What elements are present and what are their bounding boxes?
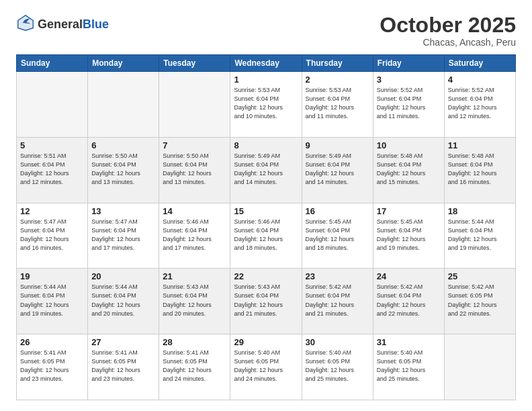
day-number: 21 <box>163 271 226 281</box>
day-info: Sunrise: 5:41 AM Sunset: 6:05 PM Dayligh… <box>20 349 84 383</box>
day-info: Sunrise: 5:40 AM Sunset: 6:05 PM Dayligh… <box>306 349 369 383</box>
day-info: Sunrise: 5:50 AM Sunset: 6:04 PM Dayligh… <box>91 152 155 187</box>
col-wednesday: Wednesday <box>230 55 302 72</box>
day-info: Sunrise: 5:46 AM Sunset: 6:04 PM Dayligh… <box>234 218 298 253</box>
day-info: Sunrise: 5:41 AM Sunset: 6:05 PM Dayligh… <box>91 349 155 383</box>
day-number: 3 <box>377 75 441 85</box>
col-sunday: Sunday <box>17 55 88 72</box>
page: General Blue October 2025 Chacas, Ancash… <box>0 0 532 411</box>
col-friday: Friday <box>373 55 444 72</box>
table-row: 14Sunrise: 5:46 AM Sunset: 6:04 PM Dayli… <box>159 203 230 269</box>
day-info: Sunrise: 5:53 AM Sunset: 6:04 PM Dayligh… <box>306 86 369 121</box>
day-number: 18 <box>448 206 512 216</box>
day-info: Sunrise: 5:49 AM Sunset: 6:04 PM Dayligh… <box>306 152 369 187</box>
table-row: 18Sunrise: 5:44 AM Sunset: 6:04 PM Dayli… <box>444 203 515 269</box>
day-number: 10 <box>377 140 441 150</box>
col-saturday: Saturday <box>444 55 515 72</box>
day-number: 20 <box>91 271 155 281</box>
table-row: 16Sunrise: 5:45 AM Sunset: 6:04 PM Dayli… <box>302 203 373 269</box>
table-row: 13Sunrise: 5:47 AM Sunset: 6:04 PM Dayli… <box>88 203 159 269</box>
day-number: 25 <box>448 271 512 281</box>
table-row <box>17 72 88 138</box>
day-info: Sunrise: 5:42 AM Sunset: 6:04 PM Dayligh… <box>306 283 369 318</box>
day-info: Sunrise: 5:44 AM Sunset: 6:04 PM Dayligh… <box>20 283 84 318</box>
title-section: October 2025 Chacas, Ancash, Peru <box>380 13 516 48</box>
calendar-week-row: 19Sunrise: 5:44 AM Sunset: 6:04 PM Dayli… <box>17 269 516 334</box>
day-info: Sunrise: 5:48 AM Sunset: 6:04 PM Dayligh… <box>448 152 512 187</box>
table-row: 25Sunrise: 5:42 AM Sunset: 6:05 PM Dayli… <box>444 269 515 334</box>
calendar-header-row: Sunday Monday Tuesday Wednesday Thursday… <box>17 55 516 72</box>
day-number: 17 <box>377 206 441 216</box>
table-row: 8Sunrise: 5:49 AM Sunset: 6:04 PM Daylig… <box>230 137 302 203</box>
table-row: 24Sunrise: 5:42 AM Sunset: 6:04 PM Dayli… <box>373 269 444 334</box>
table-row: 30Sunrise: 5:40 AM Sunset: 6:05 PM Dayli… <box>302 334 373 400</box>
table-row: 2Sunrise: 5:53 AM Sunset: 6:04 PM Daylig… <box>302 72 373 138</box>
table-row: 26Sunrise: 5:41 AM Sunset: 6:05 PM Dayli… <box>17 334 88 400</box>
table-row: 23Sunrise: 5:42 AM Sunset: 6:04 PM Dayli… <box>302 269 373 334</box>
table-row: 11Sunrise: 5:48 AM Sunset: 6:04 PM Dayli… <box>444 137 515 203</box>
day-number: 24 <box>377 271 441 281</box>
calendar-week-row: 5Sunrise: 5:51 AM Sunset: 6:04 PM Daylig… <box>17 137 516 203</box>
table-row: 1Sunrise: 5:53 AM Sunset: 6:04 PM Daylig… <box>230 72 302 138</box>
table-row: 15Sunrise: 5:46 AM Sunset: 6:04 PM Dayli… <box>230 203 302 269</box>
day-info: Sunrise: 5:46 AM Sunset: 6:04 PM Dayligh… <box>163 218 226 253</box>
generalblue-icon <box>16 13 35 32</box>
table-row: 17Sunrise: 5:45 AM Sunset: 6:04 PM Dayli… <box>373 203 444 269</box>
day-number: 9 <box>306 140 369 150</box>
day-info: Sunrise: 5:43 AM Sunset: 6:04 PM Dayligh… <box>234 283 298 318</box>
table-row: 4Sunrise: 5:52 AM Sunset: 6:04 PM Daylig… <box>444 72 515 138</box>
col-tuesday: Tuesday <box>159 55 230 72</box>
day-info: Sunrise: 5:44 AM Sunset: 6:04 PM Dayligh… <box>448 218 512 253</box>
day-number: 26 <box>20 337 84 347</box>
table-row: 28Sunrise: 5:41 AM Sunset: 6:05 PM Dayli… <box>159 334 230 400</box>
table-row: 21Sunrise: 5:43 AM Sunset: 6:04 PM Dayli… <box>159 269 230 334</box>
day-info: Sunrise: 5:40 AM Sunset: 6:05 PM Dayligh… <box>234 349 298 383</box>
calendar-week-row: 26Sunrise: 5:41 AM Sunset: 6:05 PM Dayli… <box>17 334 516 400</box>
table-row: 19Sunrise: 5:44 AM Sunset: 6:04 PM Dayli… <box>17 269 88 334</box>
table-row: 12Sunrise: 5:47 AM Sunset: 6:04 PM Dayli… <box>17 203 88 269</box>
day-info: Sunrise: 5:49 AM Sunset: 6:04 PM Dayligh… <box>234 152 298 187</box>
table-row: 7Sunrise: 5:50 AM Sunset: 6:04 PM Daylig… <box>159 137 230 203</box>
day-number: 31 <box>377 337 441 347</box>
day-number: 29 <box>234 337 298 347</box>
day-number: 2 <box>306 75 369 85</box>
header: General Blue October 2025 Chacas, Ancash… <box>16 13 516 48</box>
day-info: Sunrise: 5:52 AM Sunset: 6:04 PM Dayligh… <box>448 86 512 121</box>
day-number: 5 <box>20 140 84 150</box>
table-row <box>159 72 230 138</box>
day-info: Sunrise: 5:40 AM Sunset: 6:05 PM Dayligh… <box>377 349 441 383</box>
table-row: 6Sunrise: 5:50 AM Sunset: 6:04 PM Daylig… <box>88 137 159 203</box>
table-row: 5Sunrise: 5:51 AM Sunset: 6:04 PM Daylig… <box>17 137 88 203</box>
day-number: 28 <box>163 337 226 347</box>
day-number: 30 <box>306 337 369 347</box>
day-number: 4 <box>448 75 512 85</box>
table-row <box>444 334 515 400</box>
day-number: 14 <box>163 206 226 216</box>
location-subtitle: Chacas, Ancash, Peru <box>380 37 516 48</box>
day-info: Sunrise: 5:43 AM Sunset: 6:04 PM Dayligh… <box>163 283 226 318</box>
day-number: 12 <box>20 206 84 216</box>
day-info: Sunrise: 5:42 AM Sunset: 6:05 PM Dayligh… <box>448 283 512 318</box>
day-number: 7 <box>163 140 226 150</box>
day-info: Sunrise: 5:52 AM Sunset: 6:04 PM Dayligh… <box>377 86 441 121</box>
table-row: 9Sunrise: 5:49 AM Sunset: 6:04 PM Daylig… <box>302 137 373 203</box>
table-row: 27Sunrise: 5:41 AM Sunset: 6:05 PM Dayli… <box>88 334 159 400</box>
day-info: Sunrise: 5:41 AM Sunset: 6:05 PM Dayligh… <box>163 349 226 383</box>
day-info: Sunrise: 5:53 AM Sunset: 6:04 PM Dayligh… <box>234 86 298 121</box>
col-thursday: Thursday <box>302 55 373 72</box>
day-info: Sunrise: 5:47 AM Sunset: 6:04 PM Dayligh… <box>20 218 84 253</box>
table-row <box>88 72 159 138</box>
table-row: 29Sunrise: 5:40 AM Sunset: 6:05 PM Dayli… <box>230 334 302 400</box>
calendar-week-row: 12Sunrise: 5:47 AM Sunset: 6:04 PM Dayli… <box>17 203 516 269</box>
day-info: Sunrise: 5:51 AM Sunset: 6:04 PM Dayligh… <box>20 152 84 187</box>
day-number: 16 <box>306 206 369 216</box>
day-info: Sunrise: 5:42 AM Sunset: 6:04 PM Dayligh… <box>377 283 441 318</box>
day-info: Sunrise: 5:47 AM Sunset: 6:04 PM Dayligh… <box>91 218 155 253</box>
day-info: Sunrise: 5:50 AM Sunset: 6:04 PM Dayligh… <box>163 152 226 187</box>
day-number: 27 <box>91 337 155 347</box>
day-info: Sunrise: 5:44 AM Sunset: 6:04 PM Dayligh… <box>91 283 155 318</box>
day-number: 19 <box>20 271 84 281</box>
month-title: October 2025 <box>380 13 516 37</box>
day-info: Sunrise: 5:45 AM Sunset: 6:04 PM Dayligh… <box>377 218 441 253</box>
calendar-week-row: 1Sunrise: 5:53 AM Sunset: 6:04 PM Daylig… <box>17 72 516 138</box>
